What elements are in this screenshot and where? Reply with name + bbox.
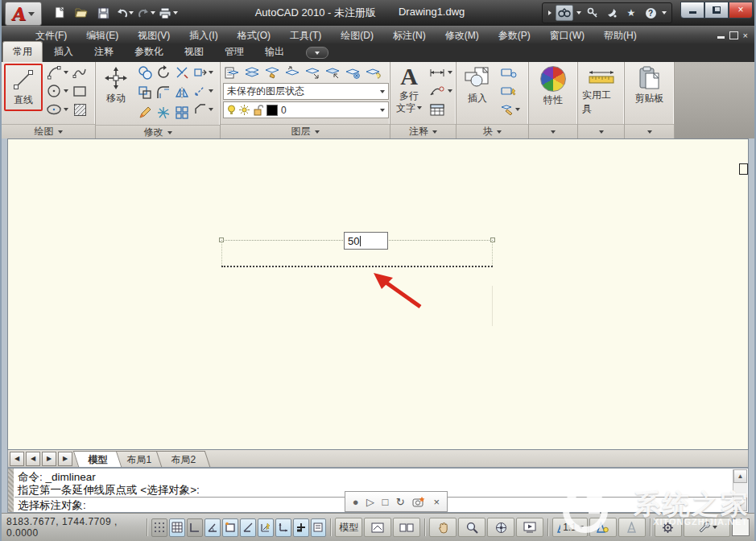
undo-button[interactable] bbox=[115, 4, 134, 22]
quick-properties-toggle[interactable] bbox=[311, 518, 327, 537]
object-snap-3d-toggle[interactable] bbox=[240, 518, 256, 537]
linear-dimension-button[interactable] bbox=[428, 64, 447, 81]
new-file-button[interactable] bbox=[50, 4, 69, 22]
chamfer-tool-button[interactable] bbox=[193, 101, 208, 118]
layer-state-button[interactable] bbox=[243, 64, 262, 81]
save-button[interactable] bbox=[93, 4, 113, 22]
dynamic-ucs-toggle[interactable] bbox=[275, 518, 291, 537]
annotation-visibility-button[interactable] bbox=[589, 518, 617, 537]
grid-toggle[interactable] bbox=[169, 518, 185, 537]
array-tool-button[interactable] bbox=[173, 104, 191, 122]
show-motion-button[interactable] bbox=[516, 518, 543, 537]
ribbon-tab-parametric[interactable]: 参数化 bbox=[125, 42, 173, 62]
last-tab-button[interactable]: ▶ bbox=[58, 452, 72, 466]
model-tab[interactable]: 模型 bbox=[73, 451, 122, 467]
prev-tab-button[interactable]: ◀ bbox=[26, 452, 40, 466]
modify-panel-label[interactable]: 修改 bbox=[96, 125, 220, 139]
lineweight-toggle[interactable] bbox=[293, 518, 309, 537]
polyline-tool-button[interactable] bbox=[71, 64, 89, 81]
ellipse-dropdown-icon[interactable] bbox=[64, 108, 68, 111]
menu-modify[interactable]: 修改(M) bbox=[436, 27, 489, 44]
draw-panel-label[interactable]: 绘图 bbox=[2, 124, 95, 138]
chamfer-dropdown-icon[interactable] bbox=[209, 108, 213, 111]
copy-tool-button[interactable] bbox=[136, 64, 154, 81]
stretch-dropdown-icon[interactable] bbox=[209, 71, 213, 74]
menu-help[interactable]: 帮助(H) bbox=[594, 27, 647, 44]
line-object[interactable] bbox=[221, 266, 493, 267]
ribbon-tab-home[interactable]: 常用 bbox=[2, 41, 43, 62]
utilities-panel-label[interactable] bbox=[578, 124, 624, 138]
fillet-tool-button[interactable] bbox=[155, 84, 172, 101]
layer-dropdown[interactable]: 0 bbox=[223, 101, 389, 118]
snap-toggle[interactable] bbox=[151, 518, 167, 537]
auto-annotation-scale-button[interactable] bbox=[618, 518, 646, 537]
doc-close-icon[interactable]: × bbox=[743, 31, 748, 40]
scale-dropdown-icon[interactable] bbox=[209, 89, 213, 93]
workspace-switching-button[interactable] bbox=[655, 518, 682, 537]
help-button[interactable]: ? bbox=[642, 6, 659, 20]
clean-screen-button[interactable] bbox=[732, 518, 750, 536]
zoom-button[interactable] bbox=[458, 518, 485, 537]
camera-star-icon[interactable] bbox=[412, 496, 426, 507]
record-icon[interactable]: ● bbox=[353, 497, 359, 507]
circle-tool-button[interactable] bbox=[45, 82, 63, 100]
scale-tool-button[interactable] bbox=[193, 82, 208, 100]
favorites-button[interactable]: ★ bbox=[623, 6, 639, 20]
trim-tool-button[interactable] bbox=[173, 64, 191, 81]
mtext-tool-button[interactable]: A 多行 文字 bbox=[393, 64, 425, 116]
communication-center-button[interactable] bbox=[604, 6, 620, 20]
menu-window[interactable]: 窗口(W) bbox=[540, 27, 594, 44]
play-icon[interactable]: ▷ bbox=[366, 497, 374, 507]
arc-dropdown-icon[interactable] bbox=[64, 71, 68, 74]
block-editor-button[interactable] bbox=[498, 101, 514, 118]
offset-tool-button[interactable] bbox=[136, 84, 154, 101]
menu-draw[interactable]: 绘图(D) bbox=[331, 27, 383, 44]
table-button[interactable] bbox=[428, 101, 447, 118]
loop-icon[interactable]: ↻ bbox=[396, 497, 405, 507]
close-button[interactable]: × bbox=[729, 2, 753, 19]
clipboard-panel-label[interactable] bbox=[625, 124, 674, 138]
dimension-dropdown-icon[interactable] bbox=[448, 71, 452, 74]
ribbon-tab-manage[interactable]: 管理 bbox=[215, 42, 254, 62]
leader-button[interactable] bbox=[428, 82, 447, 100]
layout2-tab[interactable]: 布局2 bbox=[155, 451, 209, 467]
ellipse-tool-button[interactable] bbox=[45, 101, 63, 118]
help-dropdown-icon[interactable] bbox=[662, 11, 667, 14]
application-menu-button[interactable]: A bbox=[5, 2, 42, 26]
annotate-panel-label[interactable]: 注释 bbox=[390, 124, 456, 138]
menu-parametric[interactable]: 参数(P) bbox=[489, 27, 540, 44]
toolbar-lock-button[interactable] bbox=[684, 518, 731, 537]
hatch-tool-button[interactable] bbox=[71, 101, 89, 118]
doc-minimize-icon[interactable] bbox=[717, 36, 725, 39]
model-space-button[interactable]: 模型 bbox=[335, 518, 362, 537]
block-panel-label[interactable]: 块 bbox=[456, 124, 528, 138]
first-tab-button[interactable]: ◀ bbox=[10, 452, 24, 466]
subscription-center-button[interactable] bbox=[585, 6, 601, 20]
explode-tool-button[interactable] bbox=[155, 104, 172, 122]
ribbon-tab-view[interactable]: 视图 bbox=[175, 42, 213, 62]
scroll-down-button[interactable]: ▼ bbox=[733, 498, 747, 511]
layer-unisolate-button[interactable] bbox=[324, 64, 342, 81]
menu-dimension[interactable]: 标注(N) bbox=[383, 27, 436, 44]
recorder-close-icon[interactable]: × bbox=[434, 497, 440, 507]
redo-button[interactable] bbox=[137, 4, 156, 22]
ribbon-tab-annotate[interactable]: 注释 bbox=[85, 42, 123, 62]
quick-view-layouts-button[interactable] bbox=[364, 518, 391, 537]
annotation-scale-button[interactable]: 1:1 bbox=[552, 518, 588, 537]
move-tool-button[interactable]: 移动 bbox=[98, 64, 134, 108]
search-button[interactable] bbox=[556, 5, 573, 21]
ribbon-minimize-button[interactable] bbox=[306, 47, 328, 59]
properties-panel-label[interactable] bbox=[529, 124, 577, 138]
steering-wheel-button[interactable] bbox=[487, 518, 514, 537]
layer-properties-button[interactable] bbox=[223, 64, 242, 81]
block-define-attributes-button[interactable] bbox=[498, 82, 519, 100]
rectangle-tool-button[interactable] bbox=[71, 82, 89, 100]
command-window-grip[interactable] bbox=[8, 469, 14, 512]
scroll-up-button[interactable]: ▲ bbox=[733, 469, 747, 483]
layer-match-button[interactable] bbox=[283, 64, 302, 81]
doc-restore-icon[interactable] bbox=[729, 31, 738, 39]
dimension-value-input[interactable]: 50 bbox=[344, 232, 388, 250]
polar-tracking-toggle[interactable] bbox=[204, 518, 221, 537]
next-tab-button[interactable]: ▶ bbox=[42, 452, 56, 466]
block-edit-button[interactable] bbox=[498, 64, 519, 81]
